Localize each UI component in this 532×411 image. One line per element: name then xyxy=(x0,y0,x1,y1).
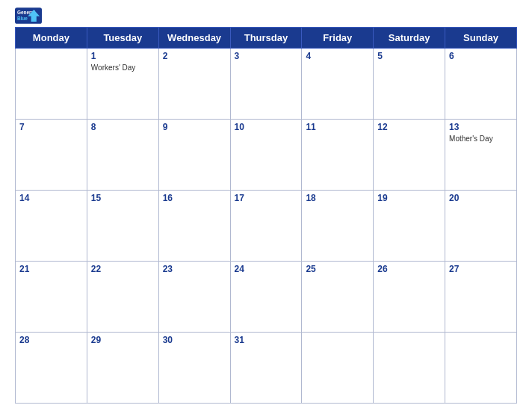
calendar-cell: 16 xyxy=(158,191,230,262)
logo: General Blue xyxy=(15,7,42,24)
logo-icon: General Blue xyxy=(15,7,42,24)
weekday-header-saturday: Saturday xyxy=(374,28,445,49)
day-number: 2 xyxy=(163,51,226,61)
day-number: 29 xyxy=(91,335,155,345)
calendar-cell: 7 xyxy=(16,120,87,191)
weekday-header-friday: Friday xyxy=(302,28,374,49)
calendar-cell xyxy=(445,333,517,404)
calendar-cell: 14 xyxy=(16,191,87,262)
day-number: 8 xyxy=(91,122,155,132)
week-row-4: 21222324252627 xyxy=(16,262,517,333)
day-number: 7 xyxy=(19,122,83,132)
day-number: 18 xyxy=(306,193,369,203)
calendar-cell: 10 xyxy=(230,120,302,191)
day-number: 24 xyxy=(235,264,298,274)
week-row-2: 78910111213Mother's Day xyxy=(16,120,517,191)
calendar-cell: 9 xyxy=(158,120,230,191)
calendar-cell xyxy=(302,333,374,404)
day-number: 6 xyxy=(449,51,513,61)
calendar-cell: 6 xyxy=(445,49,517,120)
calendar-cell: 18 xyxy=(302,191,374,262)
weekday-header-row: MondayTuesdayWednesdayThursdayFridaySatu… xyxy=(16,28,517,49)
calendar-cell: 17 xyxy=(230,191,302,262)
calendar-cell: 20 xyxy=(445,191,517,262)
calendar-cell: 5 xyxy=(374,49,445,120)
day-number: 30 xyxy=(163,335,226,345)
day-number: 27 xyxy=(449,264,513,274)
calendar-cell: 25 xyxy=(302,262,374,333)
day-number: 20 xyxy=(449,193,513,203)
calendar-cell: 21 xyxy=(16,262,87,333)
day-number: 22 xyxy=(91,264,155,274)
weekday-header-wednesday: Wednesday xyxy=(158,28,230,49)
day-event: Mother's Day xyxy=(449,134,513,143)
day-number: 16 xyxy=(163,193,226,203)
calendar-cell: 27 xyxy=(445,262,517,333)
calendar-cell: 19 xyxy=(374,191,445,262)
weekday-header-monday: Monday xyxy=(16,28,87,49)
calendar-table: MondayTuesdayWednesdayThursdayFridaySatu… xyxy=(15,27,517,404)
weekday-header-thursday: Thursday xyxy=(230,28,302,49)
day-number: 9 xyxy=(163,122,226,132)
calendar-cell: 12 xyxy=(374,120,445,191)
weekday-header-tuesday: Tuesday xyxy=(87,28,158,49)
day-number: 21 xyxy=(19,264,83,274)
calendar-cell: 24 xyxy=(230,262,302,333)
weekday-header-sunday: Sunday xyxy=(445,28,517,49)
day-number: 10 xyxy=(235,122,298,132)
calendar-cell: 30 xyxy=(158,333,230,404)
calendar-cell: 15 xyxy=(87,191,158,262)
day-number: 1 xyxy=(91,51,155,61)
day-number: 12 xyxy=(377,122,441,132)
calendar-cell xyxy=(16,49,87,120)
day-number: 26 xyxy=(377,264,441,274)
day-number: 3 xyxy=(235,51,298,61)
svg-text:Blue: Blue xyxy=(17,16,28,21)
day-number: 15 xyxy=(91,193,155,203)
day-number: 25 xyxy=(306,264,369,274)
calendar-cell: 1Workers' Day xyxy=(87,49,158,120)
calendar-cell: 4 xyxy=(302,49,374,120)
calendar-cell: 2 xyxy=(158,49,230,120)
day-number: 4 xyxy=(306,51,369,61)
day-number: 23 xyxy=(163,264,226,274)
calendar-cell: 8 xyxy=(87,120,158,191)
calendar-cell: 23 xyxy=(158,262,230,333)
calendar-cell: 31 xyxy=(230,333,302,404)
calendar-cell: 11 xyxy=(302,120,374,191)
calendar-header: General Blue xyxy=(15,7,517,24)
calendar-cell xyxy=(374,333,445,404)
day-number: 28 xyxy=(19,335,83,345)
week-row-5: 28293031 xyxy=(16,333,517,404)
day-number: 19 xyxy=(377,193,441,203)
calendar-cell: 28 xyxy=(16,333,87,404)
calendar-cell: 22 xyxy=(87,262,158,333)
day-number: 5 xyxy=(377,51,441,61)
week-row-1: 1Workers' Day23456 xyxy=(16,49,517,120)
day-number: 11 xyxy=(306,122,369,132)
day-number: 31 xyxy=(235,335,298,345)
calendar-cell: 13Mother's Day xyxy=(445,120,517,191)
calendar-cell: 26 xyxy=(374,262,445,333)
day-number: 13 xyxy=(449,122,513,132)
day-number: 17 xyxy=(235,193,298,203)
calendar-cell: 29 xyxy=(87,333,158,404)
week-row-3: 14151617181920 xyxy=(16,191,517,262)
day-event: Workers' Day xyxy=(91,63,155,72)
calendar-cell: 3 xyxy=(230,49,302,120)
day-number: 14 xyxy=(19,193,83,203)
